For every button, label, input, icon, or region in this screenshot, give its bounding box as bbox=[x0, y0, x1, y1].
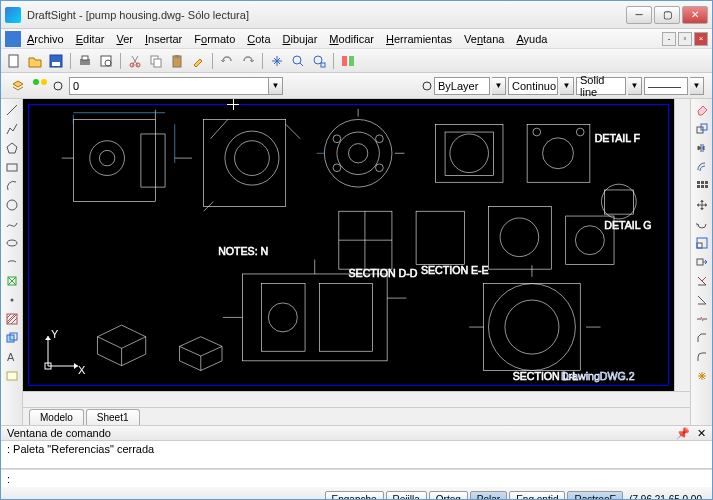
svg-rect-17 bbox=[349, 56, 354, 66]
ellipse-icon[interactable] bbox=[4, 235, 20, 251]
svg-point-37 bbox=[324, 119, 392, 187]
svg-point-50 bbox=[576, 128, 584, 136]
paste-icon[interactable] bbox=[168, 52, 186, 70]
menu-dibujar[interactable]: Dibujar bbox=[277, 31, 324, 47]
pin-icon[interactable]: 📌 bbox=[676, 427, 690, 439]
menu-formato[interactable]: Formato bbox=[188, 31, 241, 47]
svg-point-32 bbox=[99, 150, 114, 165]
extend-icon[interactable] bbox=[694, 292, 710, 308]
copy-entity-icon[interactable] bbox=[694, 121, 710, 137]
close-button[interactable]: ✕ bbox=[682, 6, 708, 24]
color-combo-arrow[interactable]: ▼ bbox=[492, 77, 506, 95]
scrollbar-horizontal[interactable] bbox=[23, 391, 690, 407]
menu-ayuda[interactable]: Ayuda bbox=[510, 31, 553, 47]
status-eng-entid[interactable]: Eng entid bbox=[509, 491, 565, 501]
menu-ventana[interactable]: Ventana bbox=[458, 31, 510, 47]
erase-icon[interactable] bbox=[694, 102, 710, 118]
plotstyle-combo[interactable]: ——— bbox=[644, 77, 688, 95]
command-input[interactable]: : bbox=[1, 469, 712, 487]
svg-point-62 bbox=[575, 226, 604, 255]
open-icon[interactable] bbox=[26, 52, 44, 70]
svg-rect-67 bbox=[320, 284, 373, 352]
scrollbar-vertical[interactable] bbox=[674, 99, 690, 391]
layer-manager-icon[interactable] bbox=[9, 77, 27, 95]
arc-icon[interactable] bbox=[4, 178, 20, 194]
stretch-icon[interactable] bbox=[694, 254, 710, 270]
explode-icon[interactable] bbox=[694, 368, 710, 384]
rotate-icon[interactable] bbox=[694, 216, 710, 232]
status-polar[interactable]: Polar bbox=[470, 491, 507, 501]
lineweight-combo-arrow[interactable]: ▼ bbox=[628, 77, 642, 95]
menu-herramientas[interactable]: Herramientas bbox=[380, 31, 458, 47]
print-preview-icon[interactable] bbox=[97, 52, 115, 70]
move-icon[interactable] bbox=[694, 197, 710, 213]
layer-combo[interactable]: 0 bbox=[69, 77, 269, 95]
polyline-icon[interactable] bbox=[4, 121, 20, 137]
status-rastreoe[interactable]: RastreoE bbox=[567, 491, 623, 501]
menu-cota[interactable]: Cota bbox=[241, 31, 276, 47]
layout-tabs: Modelo Sheet1 bbox=[23, 407, 690, 425]
insert-block-icon[interactable] bbox=[4, 273, 20, 289]
window-title: DraftSight - [pump housing.dwg- Sólo lec… bbox=[27, 9, 626, 21]
text-icon[interactable]: A bbox=[4, 349, 20, 365]
line-icon[interactable] bbox=[4, 102, 20, 118]
save-icon[interactable] bbox=[47, 52, 65, 70]
svg-text:DETAIL F: DETAIL F bbox=[595, 132, 641, 144]
svg-point-21 bbox=[7, 200, 17, 210]
menu-archivo[interactable]: Archivo bbox=[21, 31, 70, 47]
circle-icon[interactable] bbox=[4, 197, 20, 213]
menu-ver[interactable]: Ver bbox=[110, 31, 139, 47]
note-icon[interactable] bbox=[4, 368, 20, 384]
layer-combo-arrow[interactable]: ▼ bbox=[269, 77, 283, 95]
linetype-combo-arrow[interactable]: ▼ bbox=[560, 77, 574, 95]
trim-icon[interactable] bbox=[694, 273, 710, 289]
redo-icon[interactable] bbox=[239, 52, 257, 70]
properties-icon[interactable] bbox=[339, 52, 357, 70]
minimize-button[interactable]: ─ bbox=[626, 6, 652, 24]
point-icon[interactable] bbox=[4, 292, 20, 308]
hatch-icon[interactable] bbox=[4, 311, 20, 327]
match-properties-icon[interactable] bbox=[189, 52, 207, 70]
menu-modificar[interactable]: Modificar bbox=[323, 31, 380, 47]
spline-icon[interactable] bbox=[4, 216, 20, 232]
command-close-icon[interactable]: ✕ bbox=[697, 427, 706, 439]
doc-close-button[interactable]: × bbox=[694, 32, 708, 46]
zoom-extents-icon[interactable] bbox=[310, 52, 328, 70]
status-enganche[interactable]: Enganche bbox=[325, 491, 384, 501]
plotstyle-combo-arrow[interactable]: ▼ bbox=[690, 77, 704, 95]
svg-point-52 bbox=[601, 184, 636, 219]
status-rejilla[interactable]: Rejilla bbox=[386, 491, 427, 501]
fillet-icon[interactable] bbox=[694, 349, 710, 365]
doc-minimize-button[interactable]: - bbox=[662, 32, 676, 46]
scale-icon[interactable] bbox=[694, 235, 710, 251]
tab-sheet1[interactable]: Sheet1 bbox=[86, 409, 140, 425]
tab-model[interactable]: Modelo bbox=[29, 409, 84, 425]
break-icon[interactable] bbox=[694, 311, 710, 327]
copy-icon[interactable] bbox=[147, 52, 165, 70]
status-ortog[interactable]: Ortog bbox=[429, 491, 468, 501]
mirror-icon[interactable] bbox=[694, 140, 710, 156]
chamfer-icon[interactable] bbox=[694, 330, 710, 346]
region-icon[interactable] bbox=[4, 330, 20, 346]
print-icon[interactable] bbox=[76, 52, 94, 70]
doc-restore-button[interactable]: ▫ bbox=[678, 32, 692, 46]
cut-icon[interactable] bbox=[126, 52, 144, 70]
canvas-area: DETAIL F DETAIL G SECTION D-D SECTION E-… bbox=[23, 99, 690, 425]
undo-icon[interactable] bbox=[218, 52, 236, 70]
ellipse-arc-icon[interactable] bbox=[4, 254, 20, 270]
menu-insertar[interactable]: Insertar bbox=[139, 31, 188, 47]
svg-rect-12 bbox=[175, 55, 179, 58]
array-icon[interactable] bbox=[694, 178, 710, 194]
pan-icon[interactable] bbox=[268, 52, 286, 70]
color-combo[interactable]: ByLayer bbox=[434, 77, 490, 95]
polygon-icon[interactable] bbox=[4, 140, 20, 156]
linetype-combo[interactable]: Continuo bbox=[508, 77, 558, 95]
offset-icon[interactable] bbox=[694, 159, 710, 175]
new-icon[interactable] bbox=[5, 52, 23, 70]
lineweight-combo[interactable]: Solid line bbox=[576, 77, 626, 95]
rectangle-icon[interactable] bbox=[4, 159, 20, 175]
menu-editar[interactable]: Editar bbox=[70, 31, 111, 47]
zoom-window-icon[interactable] bbox=[289, 52, 307, 70]
drawing-canvas[interactable]: DETAIL F DETAIL G SECTION D-D SECTION E-… bbox=[23, 99, 674, 391]
maximize-button[interactable]: ▢ bbox=[654, 6, 680, 24]
